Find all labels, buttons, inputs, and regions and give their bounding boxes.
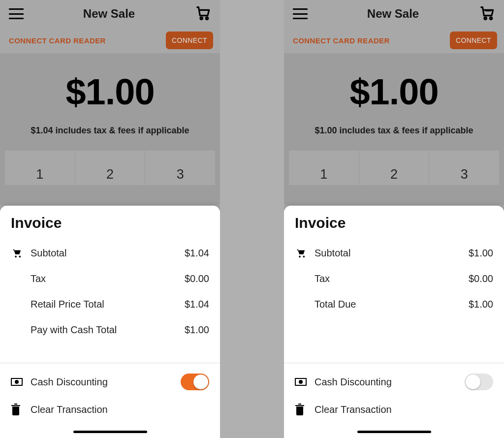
invoice-value: $0.00 bbox=[170, 273, 209, 284]
cash-discounting-toggle[interactable] bbox=[181, 374, 209, 390]
amount-subtext: $1.00 includes tax & fees if applicable bbox=[289, 125, 499, 136]
invoice-label: Subtotal bbox=[31, 248, 170, 259]
invoice-rows: Subtotal $1.00 Tax $0.00 Total Due $1.00 bbox=[295, 240, 493, 363]
clear-transaction-row[interactable]: Clear Transaction bbox=[11, 396, 209, 423]
invoice-label: Pay with Cash Total bbox=[31, 324, 170, 336]
invoice-title: Invoice bbox=[295, 215, 493, 231]
amount-display: $1.00 bbox=[5, 71, 215, 113]
clear-transaction-label: Clear Transaction bbox=[31, 404, 209, 415]
invoice-title: Invoice bbox=[11, 215, 209, 231]
cart-icon[interactable] bbox=[194, 4, 211, 23]
connect-card-reader-label: CONNECT CARD READER bbox=[293, 36, 390, 45]
menu-icon[interactable] bbox=[9, 8, 24, 19]
keypad-key-1[interactable]: 1 bbox=[5, 151, 75, 185]
cart-icon[interactable] bbox=[478, 4, 495, 23]
keypad-key-2[interactable]: 2 bbox=[75, 151, 146, 185]
invoice-label: Total Due bbox=[315, 299, 454, 310]
connect-bar: CONNECT CARD READER CONNECT bbox=[0, 28, 220, 53]
invoice-value: $0.00 bbox=[454, 273, 493, 284]
invoice-value: $1.04 bbox=[170, 248, 209, 259]
clear-transaction-label: Clear Transaction bbox=[315, 404, 493, 415]
page-title: New Sale bbox=[83, 7, 135, 21]
invoice-sheet: Invoice Subtotal $1.04 Tax $0.00 Retail … bbox=[0, 206, 220, 438]
trash-icon bbox=[295, 404, 315, 415]
cash-discounting-label: Cash Discounting bbox=[315, 376, 465, 388]
invoice-row: Tax $0.00 bbox=[295, 266, 493, 291]
cash-discounting-label: Cash Discounting bbox=[31, 376, 181, 388]
invoice-value: $1.04 bbox=[170, 299, 209, 310]
top-bar: New Sale bbox=[284, 0, 504, 28]
home-indicator[interactable] bbox=[73, 431, 147, 433]
invoice-row: Total Due $1.00 bbox=[295, 291, 493, 317]
keypad-key-3[interactable]: 3 bbox=[145, 151, 215, 185]
screen-gap bbox=[220, 0, 284, 438]
top-bar: New Sale bbox=[0, 0, 220, 28]
invoice-sheet: Invoice Subtotal $1.00 Tax $0.00 Total D… bbox=[284, 206, 504, 438]
invoice-row: Retail Price Total $1.04 bbox=[11, 291, 209, 317]
cart-item-icon bbox=[295, 248, 315, 258]
invoice-label: Tax bbox=[31, 273, 170, 284]
trash-icon bbox=[11, 404, 31, 415]
invoice-row: Subtotal $1.00 bbox=[295, 240, 493, 266]
connect-card-reader-label: CONNECT CARD READER bbox=[9, 36, 106, 45]
amount-area: $1.00 $1.00 includes tax & fees if appli… bbox=[284, 53, 504, 205]
cash-discounting-toggle[interactable] bbox=[465, 374, 493, 390]
amount-display: $1.00 bbox=[289, 71, 499, 113]
keypad-row: 1 2 3 bbox=[289, 151, 499, 185]
footer-actions: Cash Discounting Clear Transaction bbox=[295, 363, 493, 438]
invoice-row: Pay with Cash Total $1.00 bbox=[11, 317, 209, 343]
invoice-row: Subtotal $1.04 bbox=[11, 240, 209, 266]
keypad-key-2[interactable]: 2 bbox=[359, 151, 430, 185]
invoice-value: $1.00 bbox=[454, 248, 493, 259]
invoice-label: Retail Price Total bbox=[31, 299, 170, 310]
page-title: New Sale bbox=[367, 7, 419, 21]
menu-icon[interactable] bbox=[293, 8, 308, 19]
invoice-label: Tax bbox=[315, 273, 454, 284]
invoice-rows: Subtotal $1.04 Tax $0.00 Retail Price To… bbox=[11, 240, 209, 363]
clear-transaction-row[interactable]: Clear Transaction bbox=[295, 396, 493, 423]
svg-point-1 bbox=[206, 17, 208, 20]
footer-actions: Cash Discounting Clear Transaction bbox=[11, 363, 209, 438]
home-indicator[interactable] bbox=[357, 431, 431, 433]
amount-subtext: $1.04 includes tax & fees if applicable bbox=[5, 125, 215, 136]
screen-left: New Sale CONNECT CARD READER CONNECT $1.… bbox=[0, 0, 220, 438]
cash-icon bbox=[11, 377, 31, 386]
amount-area: $1.00 $1.04 includes tax & fees if appli… bbox=[0, 53, 220, 205]
cash-discounting-row[interactable]: Cash Discounting bbox=[295, 368, 493, 396]
svg-point-6 bbox=[490, 17, 492, 20]
keypad-key-3[interactable]: 3 bbox=[429, 151, 499, 185]
cart-item-icon bbox=[11, 248, 31, 258]
keypad-key-1[interactable]: 1 bbox=[289, 151, 359, 185]
cash-discounting-row[interactable]: Cash Discounting bbox=[11, 368, 209, 396]
connect-button[interactable]: CONNECT bbox=[450, 31, 497, 49]
svg-point-10 bbox=[299, 380, 303, 384]
invoice-value: $1.00 bbox=[170, 324, 209, 336]
svg-point-4 bbox=[15, 380, 19, 384]
connect-bar: CONNECT CARD READER CONNECT bbox=[284, 28, 504, 53]
connect-button[interactable]: CONNECT bbox=[166, 31, 213, 49]
svg-point-5 bbox=[484, 17, 487, 20]
invoice-label: Subtotal bbox=[315, 248, 454, 259]
cash-icon bbox=[295, 377, 315, 386]
screen-right: New Sale CONNECT CARD READER CONNECT $1.… bbox=[284, 0, 504, 438]
keypad-row: 1 2 3 bbox=[5, 151, 215, 185]
invoice-value: $1.00 bbox=[454, 299, 493, 310]
svg-point-0 bbox=[200, 17, 203, 20]
invoice-row: Tax $0.00 bbox=[11, 266, 209, 291]
